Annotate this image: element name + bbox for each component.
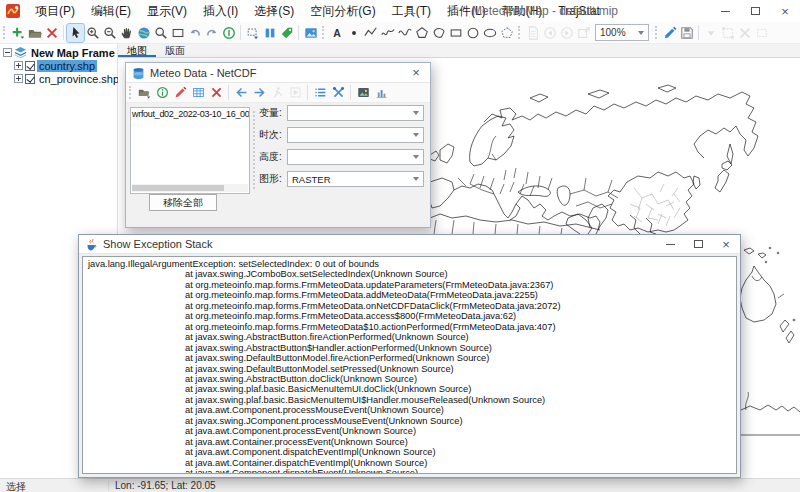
draw-data-icon[interactable]: [171, 84, 189, 102]
data-file-list[interactable]: wrfout_d02_2022-03-10_16_00_00: [130, 107, 250, 194]
combobox-value: RASTER: [292, 174, 331, 185]
maximize-button[interactable]: [740, 0, 770, 22]
menu-item[interactable]: 插入(I): [195, 0, 246, 22]
field-combobox[interactable]: [287, 149, 424, 165]
ellipse-tool-icon[interactable]: [481, 24, 498, 42]
select-polygon-tool-icon[interactable]: [498, 24, 515, 42]
exception-close-button[interactable]: ×: [712, 235, 740, 253]
freehand-tool-icon[interactable]: [379, 24, 396, 42]
label-icon[interactable]: [278, 24, 295, 42]
open-file-icon[interactable]: [26, 24, 43, 42]
zoom-level-combo[interactable]: 100%: [595, 24, 649, 41]
field-combobox[interactable]: RASTER: [287, 171, 424, 187]
toolbar-grip[interactable]: [322, 26, 324, 39]
tree-item-map-frame[interactable]: New Map Frame: [0, 46, 117, 59]
zoom-out-icon[interactable]: [101, 24, 118, 42]
toolbar-separator: [350, 85, 351, 100]
freehand-polygon-tool-icon[interactable]: [430, 24, 447, 42]
stack-trace-line: java.lang.IllegalArgumentException: setS…: [88, 259, 736, 269]
rectangle-tool-icon[interactable]: [447, 24, 464, 42]
undo-zoom-icon[interactable]: [186, 24, 203, 42]
settings-icon[interactable]: [329, 84, 347, 102]
splitter-handle[interactable]: [253, 111, 255, 189]
curve-tool-icon[interactable]: [396, 24, 413, 42]
status-coordinates: Lon: -91.65; Lat: 20.05: [115, 480, 216, 491]
create-image-icon[interactable]: [354, 84, 372, 102]
export-view-icon: [575, 24, 592, 42]
polygon-tool-icon[interactable]: [413, 24, 430, 42]
select-features-icon[interactable]: [244, 24, 261, 42]
netcdf-dialog-titlebar[interactable]: Meteo Data - NetCDF ×: [126, 63, 430, 83]
menu-item[interactable]: 空间分析(G): [302, 0, 383, 22]
exception-minimize-button[interactable]: [656, 235, 684, 253]
scrollbar-thumb[interactable]: [132, 185, 224, 191]
netcdf-fields: 变量:时次:高度:图形:RASTER: [259, 105, 424, 193]
toolbar-grip[interactable]: [129, 86, 131, 99]
data-file-item[interactable]: wrfout_d02_2022-03-10_16_00_00: [131, 108, 249, 120]
add-layer-icon[interactable]: [9, 24, 26, 42]
insert-image-icon[interactable]: [302, 24, 319, 42]
menu-item[interactable]: 编辑(E): [83, 0, 139, 22]
layer-visibility-checkbox[interactable]: [25, 74, 35, 84]
field-label: 时次:: [259, 128, 287, 142]
zoom-to-layer-icon[interactable]: [152, 24, 169, 42]
identify-icon[interactable]: [220, 24, 237, 42]
menu-item[interactable]: 项目(P): [27, 0, 83, 22]
tab-map[interactable]: 地图: [118, 44, 156, 57]
toolbar-grip[interactable]: [655, 26, 657, 39]
stack-trace-area[interactable]: java.lang.IllegalArgumentException: setS…: [82, 256, 737, 474]
stack-trace-line: at org.meteoinfo.map.forms.FrmMeteoData.…: [88, 311, 736, 321]
close-button[interactable]: ×: [770, 0, 800, 22]
report-icon: [524, 24, 541, 42]
collapse-icon[interactable]: [3, 48, 12, 57]
step-icon: [286, 84, 304, 102]
stack-trace-line: at org.meteoinfo.map.forms.FrmMeteoData.…: [88, 301, 736, 311]
toolbar-grip[interactable]: [3, 26, 5, 39]
tree-item-layer[interactable]: country.shp: [0, 59, 117, 72]
stack-trace-line: at javax.swing.plaf.basic.BasicMenuItemU…: [88, 395, 736, 405]
data-table-icon[interactable]: [189, 84, 207, 102]
variable-list-icon[interactable]: [311, 84, 329, 102]
remove-layer-icon[interactable]: [43, 24, 60, 42]
attribute-table-icon[interactable]: [261, 24, 278, 42]
expand-icon[interactable]: [14, 74, 23, 83]
zoom-rectangle-icon[interactable]: [169, 24, 186, 42]
layer-visibility-checkbox[interactable]: [25, 61, 35, 71]
field-combobox[interactable]: [287, 127, 424, 143]
save-icon[interactable]: [678, 24, 695, 42]
maximize-icon: [751, 7, 760, 15]
select-tool-icon[interactable]: [67, 24, 84, 42]
minimize-button[interactable]: [710, 0, 740, 22]
toolbar-grip[interactable]: [518, 26, 520, 39]
menu-item[interactable]: 选择(S): [246, 0, 302, 22]
exception-maximize-button[interactable]: [684, 235, 712, 253]
data-info-icon[interactable]: [153, 84, 171, 102]
expand-icon[interactable]: [14, 61, 23, 70]
polyline-tool-icon[interactable]: [362, 24, 379, 42]
menu-item[interactable]: 显示(V): [139, 0, 195, 22]
netcdf-close-button[interactable]: ×: [402, 63, 430, 82]
text-tool-icon[interactable]: A: [328, 24, 345, 42]
horizontal-scrollbar[interactable]: [132, 184, 248, 192]
point-tool-icon[interactable]: [345, 24, 362, 42]
tree-item-layer[interactable]: cn_province.shp: [0, 72, 117, 85]
prev-time-icon[interactable]: [232, 84, 250, 102]
netcdf-toolbar: [126, 83, 430, 103]
exception-dialog-titlebar[interactable]: Show Exception Stack ×: [79, 235, 740, 254]
remove-all-button[interactable]: 移除全部: [149, 194, 217, 211]
pan-icon[interactable]: [118, 24, 135, 42]
create-chart-icon[interactable]: [372, 84, 390, 102]
circle-tool-icon[interactable]: [464, 24, 481, 42]
minimize-icon: [721, 11, 730, 12]
remove-data-icon[interactable]: [207, 84, 225, 102]
open-data-icon[interactable]: [135, 84, 153, 102]
field-combobox[interactable]: [287, 105, 424, 121]
chevron-down-icon: [413, 111, 419, 115]
redo-zoom-icon[interactable]: [203, 24, 220, 42]
tab-layout[interactable]: 版面: [156, 44, 194, 57]
full-extent-icon[interactable]: [135, 24, 152, 42]
zoom-in-icon[interactable]: [84, 24, 101, 42]
menu-item[interactable]: 工具(T): [384, 0, 439, 22]
edit-pencil-icon[interactable]: [661, 24, 678, 42]
next-time-icon[interactable]: [250, 84, 268, 102]
